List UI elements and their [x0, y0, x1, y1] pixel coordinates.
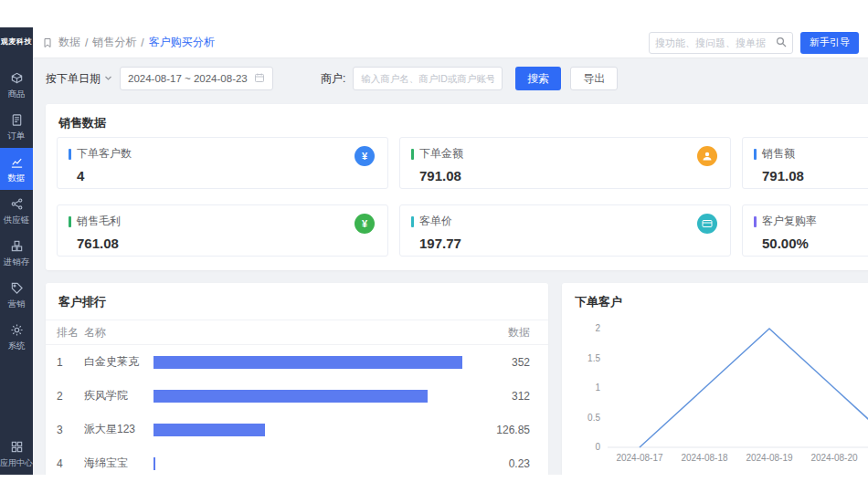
currency-yuan-icon: ¥ — [355, 146, 375, 166]
accent-bar — [411, 149, 414, 160]
guide-button[interactable]: 新手引导 — [800, 32, 859, 54]
global-search[interactable] — [649, 32, 793, 54]
ranking-row: 2 疾风学院 312 — [46, 379, 548, 413]
date-type-select[interactable]: 按下单日期 — [46, 71, 112, 87]
search-icon[interactable] — [776, 35, 787, 51]
sales-data-title: 销售数据 — [46, 104, 868, 131]
sidebar-item-marketing[interactable]: 营销 — [0, 274, 33, 316]
accent-bar — [69, 149, 71, 160]
customer-ranking-card: 客户排行 排名 名称 数据 1 白金史莱克 352 2 疾风学院 312 3 — [46, 283, 548, 475]
sidebar-item-orders[interactable]: 订单 — [0, 106, 33, 148]
stat-label: 下单金额 — [419, 146, 463, 162]
breadcrumb-item-current: 客户购买分析 — [149, 35, 215, 50]
svg-text:1.5: 1.5 — [587, 353, 600, 363]
orders-icon — [10, 113, 24, 129]
stat-tile-order-amount: 下单金额 791.08 — [399, 137, 731, 189]
sidebar-item-label: 订单 — [8, 131, 26, 141]
svg-text:2024-08-17: 2024-08-17 — [616, 453, 663, 463]
app-grid-icon — [10, 440, 24, 456]
app-window: 观麦科技 商品 订单 数据 供应链 — [0, 27, 868, 475]
svg-text:0.5: 0.5 — [587, 413, 600, 423]
stat-value: 791.08 — [419, 168, 719, 183]
order-customers-chart-card: 下单客户 0 0.5 1 1.5 2 2024-08-17 2024-08-18… — [562, 283, 868, 475]
sidebar-item-label: 商品 — [8, 89, 26, 99]
accent-bar — [69, 216, 71, 227]
global-search-input[interactable] — [655, 37, 776, 48]
stat-label: 下单客户数 — [77, 146, 132, 162]
value-cell: 126.85 — [471, 424, 530, 436]
sidebar-item-system[interactable]: 系统 — [0, 316, 33, 358]
stat-value: 4 — [77, 168, 376, 183]
topbar: 数据 / 销售分析 / 客户购买分析 新手引导 — [33, 27, 868, 58]
data-chart-icon — [10, 155, 24, 171]
svg-text:2024-08-18: 2024-08-18 — [681, 453, 728, 463]
accent-bar — [411, 216, 414, 227]
calendar-icon — [254, 72, 265, 85]
sidebar-item-data[interactable]: 数据 — [0, 148, 33, 190]
stat-value: 50.00% — [762, 236, 868, 251]
app-center-label: 应用中心 — [0, 458, 33, 467]
profit-yuan-icon: ¥ — [355, 214, 375, 234]
column-header-name: 名称 — [84, 325, 153, 341]
date-type-label: 按下单日期 — [46, 71, 101, 87]
value-cell: 352 — [471, 356, 530, 369]
ranking-row: 3 派大星123 126.85 — [46, 413, 548, 446]
name-cell: 派大星123 — [84, 422, 153, 437]
sidebar-item-label: 系统 — [8, 341, 26, 351]
sidebar-item-goods[interactable]: 商品 — [0, 64, 33, 106]
sidebar-item-app-center[interactable]: 应用中心 — [0, 440, 33, 467]
breadcrumb-item-data[interactable]: 数据 — [58, 35, 80, 50]
sidebar-item-inventory[interactable]: 进销存 — [0, 232, 33, 274]
stat-label: 销售额 — [762, 146, 795, 162]
rank-cell: 2 — [57, 390, 84, 403]
y-axis-labels: 0 0.5 1 1.5 2 — [587, 323, 600, 452]
ranking-row: 4 海绵宝宝 0.23 — [46, 446, 548, 475]
stat-tile-avg-order-value: 客单价 197.77 — [399, 204, 731, 257]
app-logo: 观麦科技 — [0, 27, 33, 55]
sidebar-item-supply-chain[interactable]: 供应链 — [0, 190, 33, 232]
breadcrumb: 数据 / 销售分析 / 客户购买分析 — [58, 35, 215, 50]
date-range-picker[interactable]: 2024-08-17 ~ 2024-08-23 — [120, 67, 273, 90]
column-header-value: 数据 — [471, 325, 530, 341]
chart-line — [640, 329, 868, 447]
stat-tile-sales-amount: 销售额 791.08 — [742, 137, 868, 189]
breadcrumb-separator: / — [85, 37, 88, 49]
stat-tile-order-customers: 下单客户数 4 ¥ — [57, 137, 388, 189]
stat-label: 销售毛利 — [77, 214, 121, 229]
price-card-icon — [697, 214, 717, 234]
merchant-label: 商户: — [321, 71, 345, 87]
marketing-tag-icon — [10, 281, 24, 297]
sidebar: 观麦科技 商品 订单 数据 供应链 — [0, 27, 33, 475]
stat-label: 客户复购率 — [762, 214, 817, 229]
search-button[interactable]: 搜索 — [515, 67, 561, 90]
export-button[interactable]: 导出 — [570, 67, 618, 90]
accent-bar — [754, 216, 757, 227]
goods-icon — [10, 71, 24, 87]
stat-tiles: 下单客户数 4 ¥ 下单金额 791.08 — [57, 137, 868, 257]
svg-text:0: 0 — [595, 442, 600, 452]
bookmark-icon[interactable] — [42, 37, 53, 48]
sidebar-menu: 商品 订单 数据 供应链 进销存 — [0, 64, 33, 358]
rank-cell: 1 — [57, 356, 84, 369]
svg-text:2024-08-19: 2024-08-19 — [746, 453, 793, 463]
accent-bar — [754, 149, 757, 160]
stat-value: 761.08 — [77, 236, 376, 251]
column-header-rank: 排名 — [57, 325, 84, 341]
x-axis-labels: 2024-08-17 2024-08-18 2024-08-19 2024-08… — [616, 453, 858, 463]
name-cell: 海绵宝宝 — [84, 456, 153, 471]
filter-bar: 按下单日期 2024-08-17 ~ 2024-08-23 商户: 搜索 导出 — [46, 66, 618, 91]
breadcrumb-item-sales-analysis[interactable]: 销售分析 — [92, 35, 136, 50]
stat-tile-gross-profit: 销售毛利 761.08 ¥ — [57, 204, 388, 257]
ranking-table-header: 排名 名称 数据 — [46, 320, 548, 345]
merchant-search-input[interactable] — [353, 67, 503, 90]
value-cell: 0.23 — [471, 457, 530, 470]
value-cell: 312 — [471, 390, 530, 403]
rank-cell: 4 — [57, 457, 84, 470]
date-range-value: 2024-08-17 ~ 2024-08-23 — [128, 73, 254, 84]
user-icon — [697, 146, 717, 166]
supply-chain-icon — [10, 197, 24, 213]
inventory-icon — [10, 239, 24, 255]
breadcrumb-separator: / — [141, 37, 143, 49]
svg-text:2024-08-20: 2024-08-20 — [810, 453, 858, 463]
ranking-bar — [153, 424, 265, 436]
